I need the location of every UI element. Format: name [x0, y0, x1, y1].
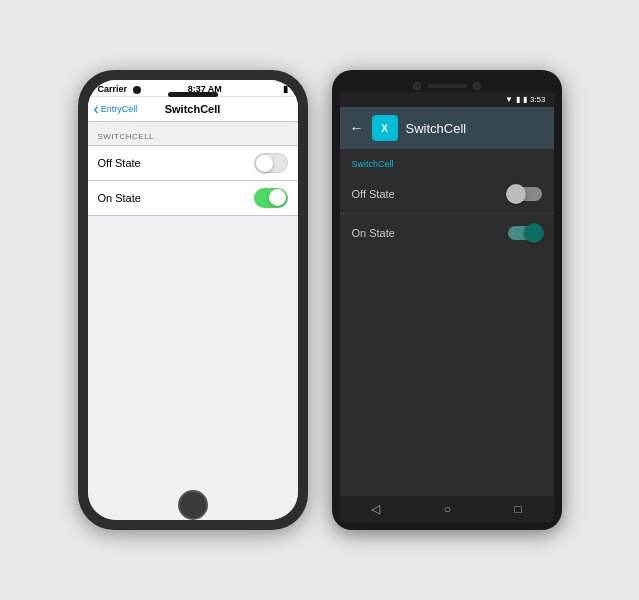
android-statusbar: ▼ ▮ ▮ 3:53 — [340, 92, 554, 107]
ios-table: Off State On State — [88, 145, 298, 216]
android-screen: ▼ ▮ ▮ 3:53 ← X SwitchCell SwitchCell Off… — [340, 92, 554, 522]
ios-off-label: Off State — [98, 157, 141, 169]
android-app-icon: X — [372, 115, 398, 141]
android-statusbar-icons: ▼ ▮ ▮ 3:53 — [505, 95, 546, 104]
android-camera — [413, 82, 421, 90]
android-toggle-thumb-on — [524, 223, 544, 243]
iphone-camera — [133, 86, 141, 94]
ios-nav-title: SwitchCell — [165, 103, 221, 115]
android-toggle-off[interactable] — [508, 187, 542, 201]
android-speaker — [427, 84, 467, 88]
android-home-nav[interactable]: ○ — [444, 502, 451, 516]
iphone-screen: Carrier 8:37 AM ▮ EntryCell SwitchCell S… — [88, 80, 298, 520]
android-on-label: On State — [352, 227, 395, 239]
android-camera-2 — [473, 82, 481, 90]
ios-battery-area: ▮ — [283, 84, 288, 94]
ios-row-off: Off State — [88, 146, 298, 181]
android-device: ▼ ▮ ▮ 3:53 ← X SwitchCell SwitchCell Off… — [332, 70, 562, 530]
android-recent-nav[interactable]: □ — [515, 502, 522, 516]
android-back-nav[interactable]: ◁ — [371, 502, 380, 516]
android-toolbar-title: SwitchCell — [406, 121, 467, 136]
ios-navbar: EntryCell SwitchCell — [88, 97, 298, 122]
ios-content: SWITCHCELL Off State On State — [88, 122, 298, 520]
android-battery-icon: ▮ — [523, 95, 527, 104]
ios-row-on: On State — [88, 181, 298, 215]
ios-section-header: SWITCHCELL — [88, 122, 298, 145]
ios-back-label: EntryCell — [101, 104, 138, 114]
android-toolbar: ← X SwitchCell — [340, 107, 554, 149]
android-camera-area — [340, 78, 554, 92]
ios-battery-icon: ▮ — [283, 84, 288, 94]
android-row-off: Off State — [340, 175, 554, 214]
android-toggle-on[interactable] — [508, 226, 542, 240]
android-row-on: On State — [340, 214, 554, 252]
android-toggle-thumb-off — [506, 184, 526, 204]
ios-on-label: On State — [98, 192, 141, 204]
ios-carrier: Carrier — [98, 84, 128, 94]
ios-toggle-thumb-on — [269, 189, 286, 206]
android-wifi-icon: ▼ — [505, 95, 513, 104]
iphone-home-button[interactable] — [178, 490, 208, 520]
ios-toggle-thumb-off — [256, 155, 273, 172]
android-section-header: SwitchCell — [340, 149, 554, 175]
android-content: SwitchCell Off State On State — [340, 149, 554, 496]
ios-back-button[interactable]: EntryCell — [94, 100, 138, 118]
android-back-button[interactable]: ← — [350, 120, 364, 136]
android-app-icon-label: X — [381, 123, 388, 134]
android-off-label: Off State — [352, 188, 395, 200]
ios-toggle-off[interactable] — [254, 153, 288, 173]
iphone-device: Carrier 8:37 AM ▮ EntryCell SwitchCell S… — [78, 70, 308, 530]
android-time: 3:53 — [530, 95, 546, 104]
android-nav-bar: ◁ ○ □ — [340, 496, 554, 522]
android-signal-icon: ▮ — [516, 95, 520, 104]
ios-toggle-on[interactable] — [254, 188, 288, 208]
